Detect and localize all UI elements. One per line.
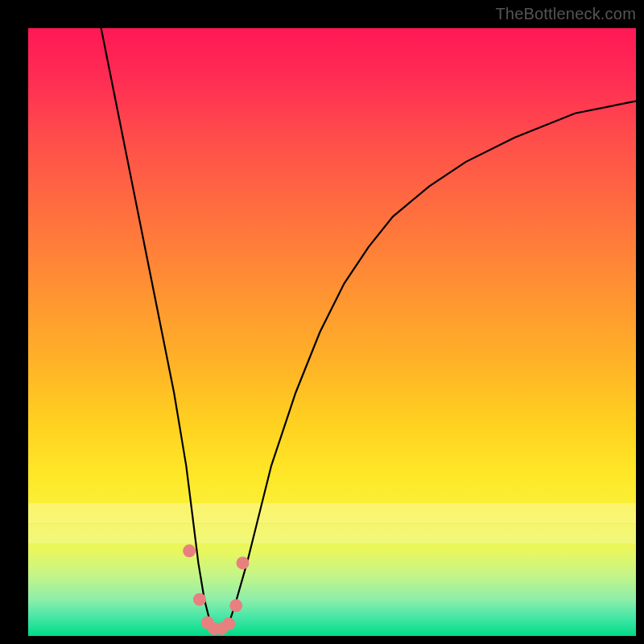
marker-dot [193,593,206,606]
watermark-text: TheBottleneck.com [495,5,636,23]
marker-dot [229,599,242,612]
plot-area [28,28,636,636]
marker-dot [237,556,250,569]
curve-layer [28,28,636,636]
marker-dot [183,544,196,557]
chart-frame: TheBottleneck.com [0,0,644,644]
bottleneck-curve-path [101,28,636,630]
marker-dot [222,617,235,630]
